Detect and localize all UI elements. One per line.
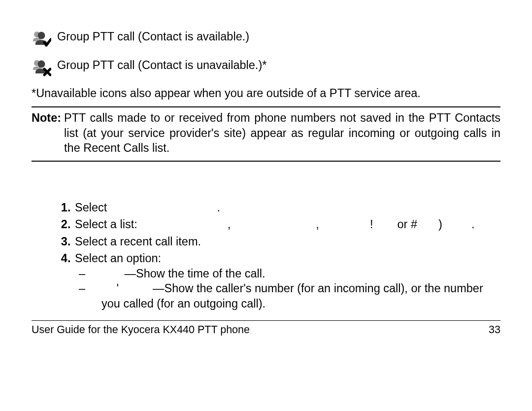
steps-list: Select . Select a list: , , ! or # ) . S… bbox=[32, 200, 500, 311]
svg-point-1 bbox=[38, 32, 45, 39]
step-4b-text: —Show the caller's number (for an incomi… bbox=[101, 282, 483, 310]
step-3: Select a recent call item. bbox=[74, 234, 500, 249]
icon-row-unavailable: Group PTT call (Contact is unavailable.)… bbox=[32, 57, 500, 77]
step-1-suffix: . bbox=[217, 201, 220, 214]
step-2-end: . bbox=[471, 218, 475, 231]
step-4a-dash: – bbox=[75, 266, 101, 281]
rule-bottom bbox=[32, 161, 500, 162]
step-4b-lead: ' bbox=[117, 282, 119, 295]
step-4b-body: ' —Show the caller's number (for an inco… bbox=[101, 281, 500, 311]
step-4-text: Select an option: bbox=[75, 252, 161, 265]
footnote-text: *Unavailable icons also appear when you … bbox=[32, 86, 500, 101]
step-4a: – —Show the time of the call. bbox=[75, 266, 500, 281]
step-1-prefix: Select bbox=[75, 201, 107, 214]
footer-rule bbox=[32, 320, 500, 321]
icon-text-available: Group PTT call (Contact is available.) bbox=[57, 29, 249, 44]
step-2-c1: , bbox=[228, 218, 231, 231]
step-2-paren: ) bbox=[438, 218, 442, 231]
step-4a-text: —Show the time of the call. bbox=[125, 267, 266, 280]
group-check-icon bbox=[32, 29, 57, 48]
step-4: Select an option: – —Show the time of th… bbox=[74, 251, 500, 311]
footer: User Guide for the Kyocera KX440 PTT pho… bbox=[32, 323, 500, 336]
page: Group PTT call (Contact is available.) G… bbox=[0, 0, 532, 348]
note-label: Note: bbox=[32, 110, 64, 156]
note-block: Note: PTT calls made to or received from… bbox=[32, 110, 500, 156]
icon-text-unavailable: Group PTT call (Contact is unavailable.)… bbox=[57, 57, 266, 72]
note-body: PTT calls made to or received from phone… bbox=[64, 110, 500, 156]
section-spacer bbox=[32, 165, 500, 200]
step-2-c2: , bbox=[316, 218, 319, 231]
step-1: Select . bbox=[74, 200, 500, 215]
step-2-prefix: Select a list: bbox=[75, 218, 137, 231]
step-4b: – ' —Show the caller's number (for an in… bbox=[75, 281, 500, 311]
footer-left: User Guide for the Kyocera KX440 PTT pho… bbox=[32, 324, 250, 336]
step-2: Select a list: , , ! or # ) . bbox=[74, 217, 500, 232]
svg-point-3 bbox=[38, 61, 45, 68]
group-x-icon bbox=[32, 57, 57, 77]
rule-top bbox=[32, 106, 500, 107]
footer-page-number: 33 bbox=[489, 324, 500, 336]
step-4a-body: —Show the time of the call. bbox=[101, 266, 500, 281]
step-4b-dash: – bbox=[75, 281, 101, 311]
icon-row-available: Group PTT call (Contact is available.) bbox=[32, 29, 500, 48]
step-2-ex: ! bbox=[370, 218, 373, 231]
step-2-orhash: or # bbox=[398, 218, 418, 231]
